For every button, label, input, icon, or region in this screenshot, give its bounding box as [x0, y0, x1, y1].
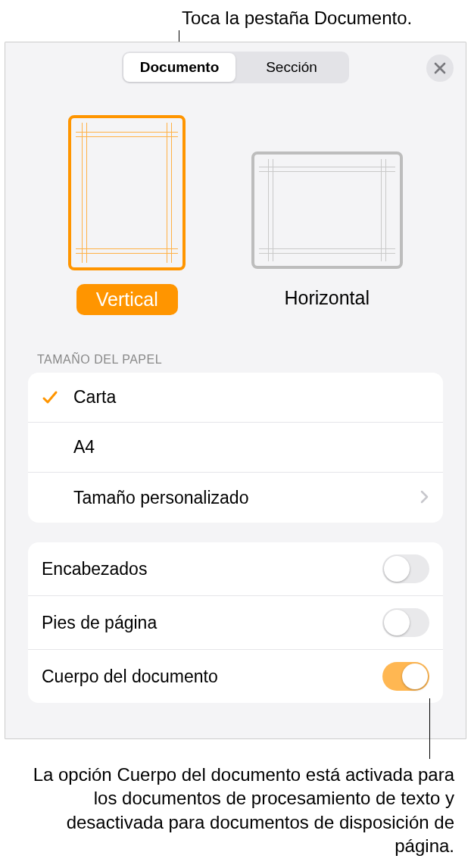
chevron-right-icon: [420, 488, 429, 508]
headers-toggle[interactable]: [382, 554, 429, 583]
footers-label: Pies de página: [42, 613, 157, 633]
orientation-horizontal-label: Horizontal: [264, 283, 389, 314]
document-settings-panel: Documento Sección Vertical: [5, 42, 466, 739]
document-body-label: Cuerpo del documento: [42, 667, 218, 687]
orientation-vertical-label: Vertical: [76, 284, 178, 315]
document-body-toggle[interactable]: [382, 662, 429, 691]
tab-document[interactable]: Documento: [123, 53, 236, 82]
footers-toggle-row: Pies de página: [28, 596, 443, 650]
headers-label: Encabezados: [42, 559, 147, 579]
checkmark-icon: [42, 389, 73, 406]
paper-size-a4-label: A4: [73, 437, 95, 457]
callout-bottom-line: [429, 698, 430, 759]
paper-size-header: TAMAÑO DEL PAPEL: [28, 330, 443, 373]
tab-segmented-control: Documento Sección: [122, 52, 349, 83]
tab-section[interactable]: Sección: [236, 53, 348, 82]
paper-size-letter-row[interactable]: Carta: [28, 373, 443, 423]
close-icon: [434, 62, 446, 74]
panel-content: Vertical Horizontal TAMAÑO DEL PAPEL: [5, 92, 466, 710]
close-button[interactable]: [426, 55, 454, 82]
orientation-horizontal-option[interactable]: Horizontal: [251, 151, 403, 315]
paper-size-list: Carta A4 Tamaño personalizado: [28, 373, 443, 523]
callout-bottom-text: La opción Cuerpo del documento está acti…: [15, 763, 454, 857]
paper-size-custom-label: Tamaño personalizado: [73, 488, 248, 508]
footers-toggle[interactable]: [382, 608, 429, 637]
paper-size-a4-row[interactable]: A4: [28, 423, 443, 473]
orientation-row: Vertical Horizontal: [28, 108, 443, 330]
paper-size-custom-row[interactable]: Tamaño personalizado: [28, 473, 443, 523]
toggle-list: Encabezados Pies de página Cuerpo del do…: [28, 542, 443, 703]
panel-header: Documento Sección: [5, 42, 466, 92]
paper-size-letter-label: Carta: [73, 387, 116, 407]
headers-toggle-row: Encabezados: [28, 542, 443, 596]
page-thumb-horizontal: [251, 151, 403, 269]
document-body-toggle-row: Cuerpo del documento: [28, 650, 443, 703]
callout-top-text: Toca la pestaña Documento.: [182, 8, 412, 29]
page-thumb-vertical: [68, 115, 186, 270]
orientation-vertical-option[interactable]: Vertical: [68, 115, 186, 315]
